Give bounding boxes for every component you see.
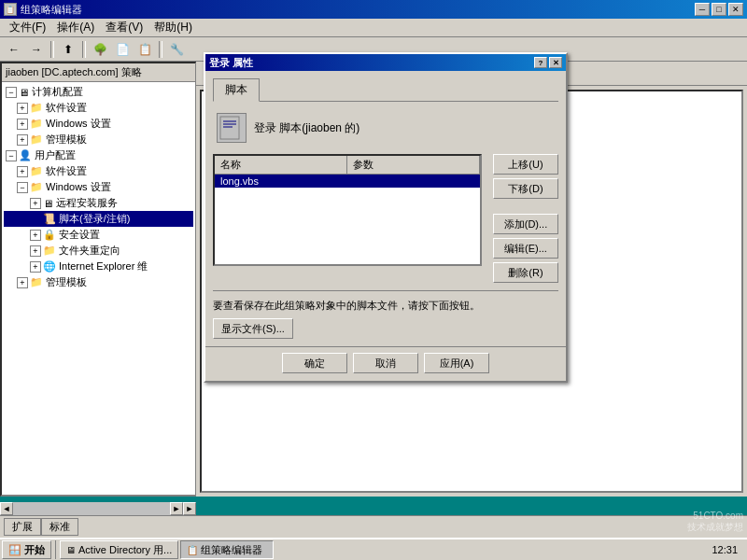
dialog-content: 脚本 登录 脚本(jiaoben 的) <box>205 71 566 346</box>
ok-button[interactable]: 确定 <box>282 353 347 373</box>
script-header: 登录 脚本(jiaoben 的) <box>213 109 558 147</box>
window-controls: ─ □ ✕ <box>695 3 743 16</box>
show-hide-tree-button[interactable]: 🌳 <box>90 40 110 59</box>
taskbar-task-ad[interactable]: 🖥 Active Directory 用... <box>60 540 178 559</box>
expand-icon-user-sw[interactable]: + <box>17 166 28 177</box>
cell-params-0 <box>347 175 474 187</box>
cancel-button[interactable]: 取消 <box>353 353 418 373</box>
taskbar: 🪟 开始 🖥 Active Directory 用... 📋 组策略编辑器 12… <box>0 538 747 560</box>
paste-button[interactable]: 📋 <box>134 40 155 59</box>
add-button[interactable]: 添加(D)... <box>493 214 558 234</box>
forward-button[interactable]: → <box>26 40 47 59</box>
dialog-help-button[interactable]: ? <box>534 57 547 68</box>
close-button[interactable]: ✕ <box>728 3 743 16</box>
script-title: 登录 脚本(jiaoben 的) <box>254 120 359 136</box>
tree-item-security[interactable]: + 🔒 安全设置 <box>4 227 193 243</box>
status-bar: 扩展 标准 <box>0 515 747 538</box>
tree-item-scripts[interactable]: 📜 脚本(登录/注销) <box>4 211 193 227</box>
dialog-tab-script[interactable]: 脚本 <box>213 78 260 102</box>
expand-icon-user-admin[interactable]: + <box>17 277 28 288</box>
tree-label-user: 用户配置 <box>35 148 76 162</box>
list-header: 名称 参数 <box>215 156 480 175</box>
cell-name-0: long.vbs <box>220 175 347 187</box>
tab-expand[interactable]: 扩展 <box>4 518 41 536</box>
toolbar-separator-3 <box>159 41 162 58</box>
tree-item-remote-install[interactable]: + 🖥 远程安装服务 <box>4 195 193 211</box>
expand-icon-admin[interactable]: + <box>17 134 28 146</box>
tab-standard[interactable]: 标准 <box>41 518 78 536</box>
btn-spacer <box>493 203 558 210</box>
list-with-buttons: 名称 参数 long.vbs 上移(U) 下移(D) 添加(D)... <box>213 154 558 283</box>
start-button[interactable]: 🪟 开始 <box>2 540 51 559</box>
up-button[interactable]: ⬆ <box>58 40 78 59</box>
expand-icon[interactable]: − <box>6 87 17 98</box>
tree-item-computer-config[interactable]: − 🖥 计算机配置 <box>4 84 193 100</box>
script-action-buttons: 上移(U) 下移(D) 添加(D)... 编辑(E)... 删除(R) <box>493 154 558 283</box>
tree-label-admin: 管理模板 <box>46 133 87 147</box>
start-icon: 🪟 <box>8 544 21 556</box>
tree-item-folder-redirect[interactable]: + 📁 文件夹重定向 <box>4 243 193 259</box>
tree-label-user-admin: 管理模板 <box>46 275 87 289</box>
edit-button[interactable]: 编辑(E)... <box>493 238 558 259</box>
apply-button[interactable]: 应用(A) <box>424 353 489 373</box>
svg-rect-0 <box>220 117 239 139</box>
tree-content: − 🖥 计算机配置 + 📁 软件设置 + 📁 Windows 设置 + 📁 <box>2 82 195 292</box>
script-list[interactable]: 名称 参数 long.vbs <box>213 154 482 266</box>
expand-icon-sw[interactable]: + <box>17 103 28 114</box>
col-name: 名称 <box>215 156 347 174</box>
dialog-tabs: 脚本 <box>213 78 558 102</box>
show-files-area: 要查看保存在此组策略对象中的脚本文件，请按下面按钮。 显示文件(S)... <box>213 290 558 339</box>
tree-item-user-admin[interactable]: + 📁 管理模板 <box>4 274 193 290</box>
status-tabs: 扩展 标准 <box>4 518 78 536</box>
properties-button[interactable]: 🔧 <box>166 40 187 59</box>
menu-action[interactable]: 操作(A) <box>51 18 100 37</box>
tree-item-admin-templates[interactable]: + 📁 管理模板 <box>4 132 193 147</box>
tree-label-user-win: Windows 设置 <box>46 180 111 194</box>
list-main: 名称 参数 long.vbs <box>213 154 482 283</box>
dialog-close-button[interactable]: ✕ <box>549 57 562 68</box>
expand-icon-security[interactable]: + <box>30 230 41 241</box>
tree-label-scripts: 脚本(登录/注销) <box>59 212 130 226</box>
menu-bar: 文件(F) 操作(A) 查看(V) 帮助(H) <box>0 19 747 37</box>
move-up-button[interactable]: 上移(U) <box>493 154 558 175</box>
tree-item-user-win[interactable]: − 📁 Windows 设置 <box>4 179 193 195</box>
watermark-line2: 技术成就梦想 <box>687 521 743 534</box>
watermark-line1: 51CTO.com <box>687 511 743 521</box>
script-icon <box>217 113 247 143</box>
tree-label: 计算机配置 <box>32 85 83 99</box>
dialog-title-bar: 登录 属性 ? ✕ <box>205 54 566 71</box>
tree-label-sw: 软件设置 <box>46 101 87 115</box>
expand-icon-win[interactable]: + <box>17 119 28 130</box>
tree-item-win-settings[interactable]: + 📁 Windows 设置 <box>4 116 193 132</box>
expand-icon-remote[interactable]: + <box>30 198 41 209</box>
tree-item-sw-settings[interactable]: + 📁 软件设置 <box>4 100 193 116</box>
tree-item-user-config[interactable]: − 👤 用户配置 <box>4 147 193 163</box>
expand-icon-ie[interactable]: + <box>30 261 41 273</box>
taskbar-task-gpe[interactable]: 📋 组策略编辑器 <box>180 540 274 559</box>
tree-label-remote: 远程安装服务 <box>56 196 118 210</box>
menu-view[interactable]: 查看(V) <box>100 18 148 37</box>
expand-icon-user-win[interactable]: − <box>17 182 28 193</box>
taskbar-separator <box>55 540 56 559</box>
menu-help[interactable]: 帮助(H) <box>148 18 198 37</box>
tree-header-label: jiaoben [DC.aptech.com] 策略 <box>6 65 142 79</box>
delete-button[interactable]: 删除(R) <box>493 262 558 283</box>
tree-label-user-sw: 软件设置 <box>46 164 87 178</box>
expand-icon-folder[interactable]: + <box>30 245 41 257</box>
window-title: 组策略编辑器 <box>21 3 695 17</box>
move-down-button[interactable]: 下移(D) <box>493 178 558 199</box>
toolbar-separator-1 <box>50 41 54 58</box>
col-params: 参数 <box>347 156 480 174</box>
expand-icon-user[interactable]: − <box>6 150 17 161</box>
login-properties-dialog: 登录 属性 ? ✕ 脚本 登录 <box>204 52 568 383</box>
description-text: 要查看保存在此组策略对象中的脚本文件，请按下面按钮。 <box>213 299 558 313</box>
minimize-button[interactable]: ─ <box>695 3 710 16</box>
copy-button[interactable]: 📄 <box>112 40 133 59</box>
maximize-button[interactable]: □ <box>712 3 726 16</box>
tree-item-ie[interactable]: + 🌐 Internet Explorer 维 <box>4 259 193 274</box>
back-button[interactable]: ← <box>4 40 24 59</box>
show-files-button[interactable]: 显示文件(S)... <box>213 318 293 339</box>
list-row-0[interactable]: long.vbs <box>215 175 480 188</box>
tree-item-user-sw[interactable]: + 📁 软件设置 <box>4 163 193 179</box>
menu-file[interactable]: 文件(F) <box>4 18 51 37</box>
